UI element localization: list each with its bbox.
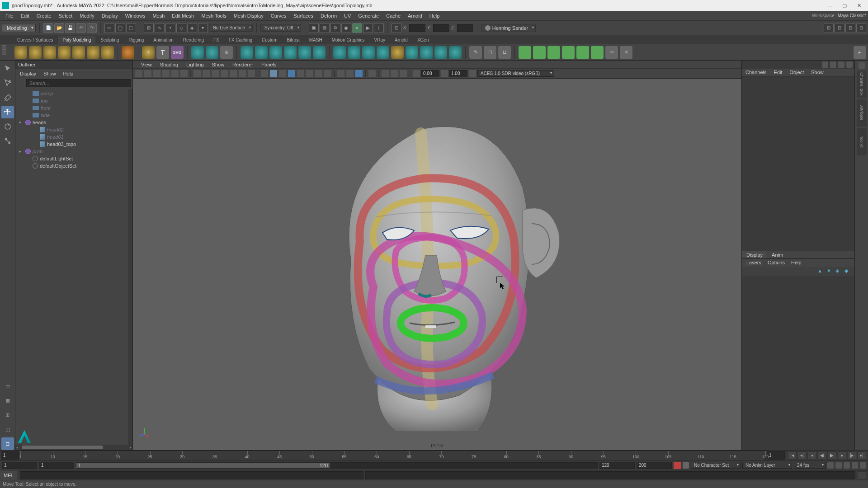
poly-plane-icon[interactable] (87, 46, 99, 59)
layout-vertical-icon[interactable]: ◫ (1, 423, 14, 436)
vp-xray-icon[interactable] (346, 70, 354, 78)
workspace-dropdown[interactable]: Maya Classic* (838, 13, 866, 18)
range-end-outer[interactable]: 200 (637, 462, 672, 469)
soft-select-icon[interactable] (206, 46, 218, 59)
sculpt-icon[interactable]: ✂ (605, 46, 618, 59)
vp-xray-active-icon[interactable] (381, 70, 389, 78)
sidebar-toggle-3-icon[interactable]: ⊟ (845, 23, 855, 33)
undo-icon[interactable]: ↶ (76, 23, 86, 33)
menu-generate[interactable]: Generate (354, 11, 382, 21)
menu-modify[interactable]: Modify (76, 11, 98, 21)
layer-menu-help[interactable]: Help (788, 259, 804, 267)
shelf-tab-mash[interactable]: MASH (305, 36, 327, 44)
menu-cache[interactable]: Cache (382, 11, 404, 21)
lasso-select-icon[interactable]: ◯ (115, 23, 125, 33)
quad-draw-icon[interactable] (519, 46, 531, 59)
triangulate-icon[interactable] (420, 46, 433, 59)
vp-safe-action-icon[interactable] (238, 70, 246, 78)
outliner-menu-show[interactable]: Show (41, 70, 59, 77)
pref-gear-icon[interactable] (852, 462, 858, 469)
layer-menu-options[interactable]: Options (765, 259, 788, 267)
menu-select[interactable]: Select (55, 11, 76, 21)
snap-curve-icon[interactable]: ∿ (155, 23, 165, 33)
vp-menu-renderer[interactable]: Renderer (229, 62, 257, 67)
subdivide-icon[interactable] (362, 46, 375, 59)
boolean-icon[interactable] (269, 46, 282, 59)
vp-isolate-select-icon[interactable] (390, 70, 398, 78)
pref-anim-icon[interactable] (860, 462, 866, 469)
extrude-icon[interactable] (284, 46, 297, 59)
anim-layer-dropdown[interactable]: No Anim Layer (742, 462, 792, 469)
coord-y-input[interactable] (433, 24, 449, 32)
vp-resolution-gate-icon[interactable] (211, 70, 219, 78)
shelf-tab-polymodeling[interactable]: Poly Modeling (58, 36, 95, 44)
paint-select-icon[interactable]: ⬚ (126, 23, 136, 33)
menu-file[interactable]: File (2, 11, 17, 21)
vp-color-mgmt-icon[interactable] (468, 70, 476, 78)
select-mode-icon[interactable]: ▭ (104, 23, 114, 33)
go-start-icon[interactable]: |◂ (788, 451, 797, 460)
autokey-icon[interactable] (674, 462, 681, 469)
pref-sync-icon[interactable] (844, 462, 850, 469)
cb-tab-channels[interactable]: Channels (742, 69, 770, 76)
layer-tab-display[interactable]: Display (742, 251, 767, 258)
fill-hole-icon[interactable] (449, 46, 462, 59)
menu-display[interactable]: Display (98, 11, 122, 21)
modeling-toolkit-icon[interactable] (859, 62, 865, 69)
step-back-icon[interactable]: ◂ (807, 451, 816, 460)
svg-icon[interactable]: SVG (171, 46, 184, 59)
bevel-icon[interactable] (313, 46, 326, 59)
menu-arnold[interactable]: Arnold (404, 11, 426, 21)
redo-icon[interactable]: ↷ (87, 23, 97, 33)
vp-select-camera-icon[interactable] (135, 70, 143, 78)
layer-move-up-icon[interactable]: ▲ (817, 268, 825, 275)
outliner-item-head02[interactable]: head02 (17, 126, 131, 133)
combine-icon[interactable] (241, 46, 253, 59)
snap-live-icon[interactable]: ◈ (187, 23, 197, 33)
vp-gamma-value[interactable]: 1.00 (449, 70, 467, 77)
character-set-dropdown[interactable]: No Character Set (691, 462, 741, 469)
open-scene-icon[interactable]: 📂 (54, 23, 64, 33)
outliner-item-heads[interactable]: ▾heads (17, 119, 131, 126)
vp-wireframe-icon[interactable] (260, 70, 269, 78)
cb-opt2-icon[interactable] (830, 61, 836, 68)
vp-aa-icon[interactable] (324, 70, 332, 78)
snap-plane-icon[interactable]: ◇ (176, 23, 186, 33)
range-thumb[interactable]: 1 120 (76, 463, 330, 468)
construction-history-icon[interactable]: ⊡ (392, 23, 401, 33)
step-fwd-icon[interactable]: ▸ (837, 451, 846, 460)
cb-opt4-icon[interactable] (846, 61, 853, 68)
minimize-button[interactable]: — (823, 1, 837, 10)
shelf-tab-vray[interactable]: VRay (370, 36, 390, 44)
mirror-icon[interactable] (333, 46, 346, 59)
shelf-scroll-icon[interactable]: ▸ (854, 46, 866, 59)
step-back-key-icon[interactable]: ◂| (797, 451, 807, 460)
outliner-item-top[interactable]: top (17, 97, 131, 104)
layer-menu-layers[interactable]: Layers (744, 259, 764, 267)
outliner-search-input[interactable] (26, 79, 131, 87)
layer-new-empty-icon[interactable]: ◈ (835, 268, 843, 275)
vp-menu-shading[interactable]: Shading (156, 62, 182, 67)
vp-motion-blur-icon[interactable] (315, 70, 323, 78)
smooth-icon[interactable] (348, 46, 360, 59)
vp-colorspace-dropdown[interactable]: ACES 1.0 SDR-video (sRGB) (477, 70, 554, 77)
quadrangulate-icon[interactable] (434, 46, 447, 59)
outliner-item-defaultlightset[interactable]: defaultLightSet (17, 155, 131, 162)
poly-cone-icon[interactable] (58, 46, 71, 59)
scale-tool-icon[interactable] (1, 135, 14, 147)
menu-uv[interactable]: UV (340, 11, 354, 21)
menu-windows[interactable]: Windows (122, 11, 149, 21)
vp-xray-joints-icon[interactable] (355, 70, 363, 78)
live-surface-dropdown[interactable]: No Live Surface (209, 24, 253, 32)
render-settings-icon[interactable]: ⚙ (330, 23, 340, 33)
last-tool-icon[interactable]: ▭ (1, 380, 14, 392)
range-track[interactable]: 1 120 (76, 462, 598, 469)
outliner-search[interactable] (26, 79, 131, 87)
shelf-tab-custom[interactable]: Custom (257, 36, 282, 44)
poke-icon[interactable]: ✕ (620, 46, 632, 59)
snap-toggle-icon[interactable]: ▾ (198, 23, 208, 33)
playblast-icon[interactable]: ● (352, 23, 362, 33)
select-tool-icon[interactable] (1, 62, 14, 75)
menu-help[interactable]: Help (426, 11, 443, 21)
shelf-tab-curves[interactable]: Curves / Surfaces (13, 36, 57, 44)
